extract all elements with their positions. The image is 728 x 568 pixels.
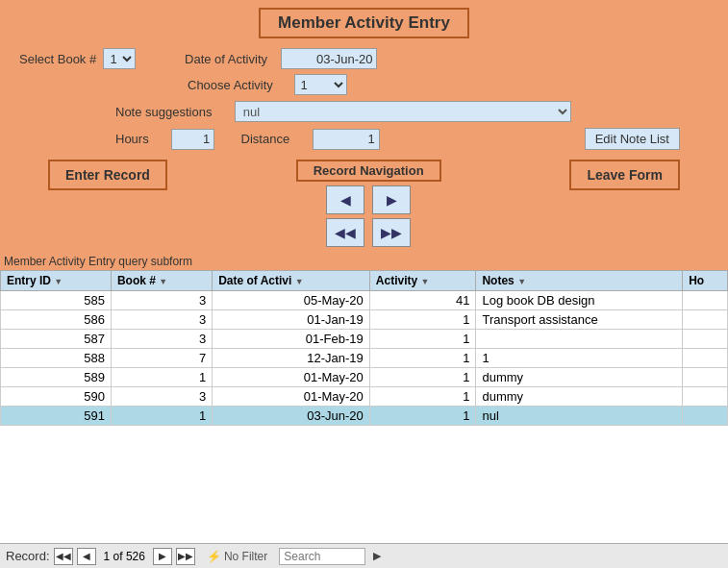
table-row[interactable]: 590301-May-201dummy [1,387,728,407]
footer-nav: Record: ◀◀ ◀ 1 of 526 ▶ ▶▶ ⚡ No Filter ▶ [0,543,728,568]
footer-first-button[interactable]: ◀◀ [54,548,73,565]
nav-next-button[interactable]: ▶ [372,185,411,214]
table-cell: 1 [369,387,476,407]
table-cell: 585 [1,291,112,310]
nav-row-1: ◀ ▶ [326,185,411,214]
choose-activity-select[interactable]: 1 [294,74,347,95]
nav-first-button[interactable]: ◀◀ [326,218,364,247]
table-cell: 03-Jun-20 [213,407,370,426]
no-filter-label: No Filter [224,550,267,563]
sort-arrow-activity[interactable]: ▼ [421,277,430,286]
form-line2: Choose Activity 1 [188,74,709,95]
table-cell: 12-Jan-19 [213,349,370,368]
table-cell [683,387,728,407]
current-record: 1 [104,550,111,563]
table-cell: 01-Feb-19 [213,330,370,349]
footer-prev-button[interactable]: ◀ [77,548,96,565]
table-cell: 1 [369,349,476,368]
form-line1: Select Book # 1 Date of Activity 03-Jun-… [19,48,709,69]
table-cell: 01-May-20 [213,387,370,407]
total-records: 526 [126,550,145,563]
search-input[interactable] [279,548,365,565]
table-cell: Log book DB design [476,291,683,310]
table-cell: 3 [111,291,212,310]
table-row[interactable]: 585305-May-2041Log book DB design [1,291,728,310]
distance-input[interactable]: 1 [313,129,380,150]
col-notes: Notes ▼ [476,271,683,291]
table-cell: 588 [1,349,112,368]
record-navigation-group: Record Navigation ◀ ▶ ◀◀ ▶▶ [296,160,441,247]
table-cell: 01-May-20 [213,368,370,387]
table-cell: 1 [369,407,476,426]
table-cell: 589 [1,368,112,387]
note-row: Note suggestions nul [115,101,709,122]
table-cell: dummy [476,387,683,407]
subform-label: Member Activity Entry query subform [0,251,728,270]
date-of-activity-label: Date of Activity [185,52,267,66]
sort-arrow-entry-id[interactable]: ▼ [54,277,63,286]
table-cell [683,310,728,330]
hours-dist-row: Hours 1 Distance 1 Edit Note List [115,128,709,150]
hours-input[interactable]: 1 [171,129,214,150]
table-cell: 1 [111,368,212,387]
col-activity: Activity ▼ [369,271,476,291]
record-navigation-label: Record Navigation [296,160,441,182]
table-cell: 05-May-20 [213,291,370,310]
note-suggestions-label: Note suggestions [115,105,212,119]
nav-last-button[interactable]: ▶▶ [372,218,411,247]
table-body: 585305-May-2041Log book DB design586301-… [1,291,728,426]
table-row[interactable]: 587301-Feb-191 [1,330,728,349]
nav-prev-button[interactable]: ◀ [326,185,364,214]
select-book-select[interactable]: 1 [103,48,136,69]
nav-row-2: ◀◀ ▶▶ [326,218,411,247]
footer-next-button[interactable]: ▶ [153,548,172,565]
record-info: 1 of 526 [104,550,145,563]
table-cell: 587 [1,330,112,349]
table-cell [683,349,728,368]
table-cell: dummy [476,368,683,387]
footer-last-button[interactable]: ▶▶ [176,548,195,565]
table-cell: 1 [369,368,476,387]
table-cell [683,368,728,387]
of-label: of [113,550,126,563]
filter-icon: ⚡ [207,550,221,563]
table-row[interactable]: 591103-Jun-201nul [1,407,728,426]
enter-record-button[interactable]: Enter Record [48,160,167,190]
col-entry-id: Entry ID ▼ [1,271,112,291]
app-title: Member Activity Entry [259,8,469,38]
table-cell [683,407,728,426]
edit-note-list-button[interactable]: Edit Note List [585,128,680,150]
table-cell: 1 [369,310,476,330]
table-row[interactable]: 588712-Jan-1911 [1,349,728,368]
table-row[interactable]: 586301-Jan-191Transport assistance [1,310,728,330]
nav-buttons: ◀ ▶ ◀◀ ▶▶ [326,185,411,247]
sort-arrow-date[interactable]: ▼ [295,277,304,286]
note-suggestions-select[interactable]: nul [235,101,571,122]
hours-label: Hours [115,132,149,146]
col-book-num: Book # ▼ [111,271,212,291]
table-cell: 586 [1,310,112,330]
main-container: Member Activity Entry Select Book # 1 Da… [0,0,728,568]
distance-label: Distance [241,132,290,146]
table-cell: 591 [1,407,112,426]
record-label: Record: [6,549,50,563]
leave-form-button[interactable]: Leave Form [569,160,680,190]
table-cell: Transport assistance [476,310,683,330]
table-cell: 7 [111,349,212,368]
form-area: Select Book # 1 Date of Activity 03-Jun-… [0,42,728,251]
table-cell: 590 [1,387,112,407]
table-header-row: Entry ID ▼ Book # ▼ Date of Activi ▼ Act… [1,271,728,291]
table-row[interactable]: 589101-May-201dummy [1,368,728,387]
table-cell: 1 [476,349,683,368]
table-cell: 1 [111,407,212,426]
sort-arrow-book-num[interactable]: ▼ [159,277,167,286]
scroll-right-arrow[interactable]: ▶ [373,550,381,562]
table-cell: 1 [369,330,476,349]
sort-arrow-notes[interactable]: ▼ [517,277,526,286]
col-ho: Ho [683,271,728,291]
table-cell [683,330,728,349]
table-cell: 01-Jan-19 [213,310,370,330]
date-of-activity-input[interactable]: 03-Jun-20 [281,48,377,69]
choose-activity-label: Choose Activity [188,78,273,92]
table-cell: 3 [111,310,212,330]
